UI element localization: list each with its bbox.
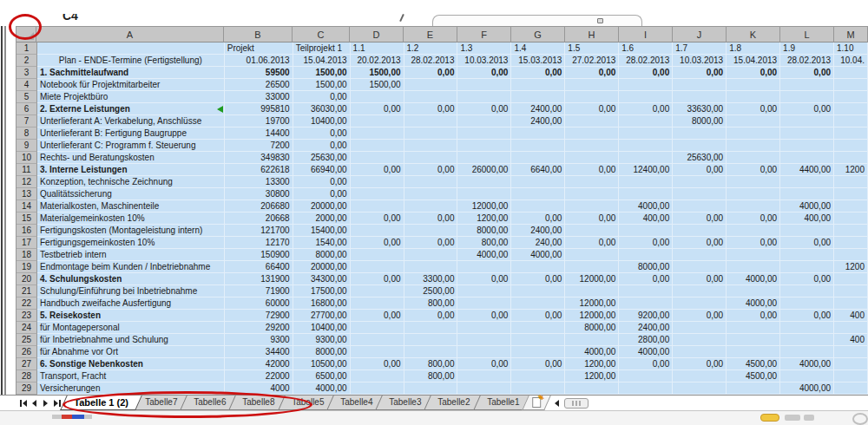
- cell-K27[interactable]: 4500,00: [727, 358, 780, 370]
- cell-F23[interactable]: 0,00: [457, 310, 511, 322]
- cell-G20[interactable]: 0,00: [511, 273, 565, 285]
- cell-J4[interactable]: [673, 79, 727, 91]
- row-header-1[interactable]: 1: [16, 42, 37, 55]
- cell-B7[interactable]: 19700: [225, 115, 293, 128]
- cell-M14[interactable]: [834, 200, 868, 212]
- cell-H27[interactable]: 1200,00: [565, 358, 619, 370]
- cell-I23[interactable]: 9200,00: [619, 310, 673, 322]
- cell-C23[interactable]: 27700,00: [293, 310, 351, 322]
- cell-K22[interactable]: 4000,00: [727, 298, 780, 310]
- cell-C8[interactable]: 0,00: [293, 128, 351, 140]
- cell-J13[interactable]: [673, 188, 727, 200]
- cell-J16[interactable]: [673, 225, 727, 237]
- row-header-11[interactable]: 11: [16, 164, 37, 176]
- cell-G14[interactable]: [511, 200, 565, 212]
- cell-M26[interactable]: [834, 346, 868, 358]
- cell-F7[interactable]: [457, 115, 511, 128]
- cell-J6[interactable]: 33630,00: [673, 103, 727, 115]
- cell-C19[interactable]: 20000,00: [293, 261, 351, 273]
- cell-B27[interactable]: 42000: [225, 358, 293, 370]
- cell-A3[interactable]: 1. Sachmittelaufwand: [37, 67, 225, 79]
- cell-D11[interactable]: 0,00: [351, 164, 404, 176]
- cell-M23[interactable]: 400: [834, 310, 868, 322]
- cell-K4[interactable]: [727, 79, 780, 91]
- cell-E29[interactable]: [404, 382, 458, 395]
- column-header-I[interactable]: I: [619, 26, 673, 42]
- row-header-24[interactable]: 24: [16, 322, 37, 334]
- cell-A2[interactable]: Plan - ENDE-Termine (Fertigstellung): [37, 55, 225, 67]
- cell-G29[interactable]: [511, 382, 565, 395]
- cell-E5[interactable]: [404, 91, 458, 103]
- cell-B21[interactable]: 71900: [225, 285, 293, 298]
- cell-L6[interactable]: 0,00: [780, 103, 834, 115]
- cell-D12[interactable]: [351, 176, 404, 188]
- cell-H1[interactable]: 1.5: [565, 42, 619, 55]
- cell-A17[interactable]: Fertigungsgemeinkosten 10%: [37, 237, 225, 249]
- cell-J29[interactable]: [673, 382, 727, 395]
- cell-E1[interactable]: 1.2: [404, 42, 458, 55]
- cell-J8[interactable]: [673, 128, 727, 140]
- row-header-16[interactable]: 16: [16, 225, 37, 237]
- cell-L3[interactable]: 0,00: [780, 67, 834, 79]
- cell-M24[interactable]: [834, 322, 868, 334]
- cell-L15[interactable]: 400,00: [780, 212, 834, 225]
- cell-I5[interactable]: [619, 91, 673, 103]
- tab-split-handle-icon[interactable]: [555, 400, 559, 407]
- cell-D26[interactable]: [351, 346, 404, 358]
- cell-F17[interactable]: 800,00: [457, 237, 511, 249]
- cell-G7[interactable]: 2400,00: [511, 115, 565, 128]
- row-header-22[interactable]: 22: [16, 298, 37, 310]
- cell-F2[interactable]: 10.03.2013: [457, 55, 511, 67]
- cell-H26[interactable]: 4000,00: [565, 346, 619, 358]
- cell-K17[interactable]: 0,00: [727, 237, 780, 249]
- column-header-D[interactable]: D: [350, 26, 404, 42]
- cell-D24[interactable]: [351, 322, 404, 334]
- cell-K3[interactable]: 0,00: [727, 67, 780, 79]
- cell-A7[interactable]: Unterlieferant A: Verkabelung, Anschlüss…: [37, 115, 225, 128]
- cell-H24[interactable]: 8000,00: [565, 322, 619, 334]
- cell-B23[interactable]: 72900: [225, 310, 293, 322]
- cell-C25[interactable]: 9300,00: [293, 334, 351, 346]
- cell-B24[interactable]: 29200: [225, 322, 293, 334]
- row-header-20[interactable]: 20: [16, 273, 37, 285]
- cell-M6[interactable]: [834, 103, 868, 115]
- cell-I11[interactable]: 12400,00: [619, 164, 673, 176]
- cell-F15[interactable]: 1200,00: [457, 212, 511, 225]
- cell-G5[interactable]: [511, 91, 565, 103]
- cell-J28[interactable]: [673, 370, 727, 382]
- cell-D25[interactable]: [351, 334, 404, 346]
- cell-I4[interactable]: [619, 79, 673, 91]
- cell-F6[interactable]: 0,00: [457, 103, 511, 115]
- row-header-19[interactable]: 19: [16, 261, 37, 273]
- cell-E25[interactable]: [404, 334, 458, 346]
- cell-G10[interactable]: [511, 152, 565, 164]
- cell-B22[interactable]: 60000: [225, 298, 293, 310]
- horizontal-scrollbar-thumb[interactable]: [564, 398, 589, 409]
- cell-H18[interactable]: [565, 249, 619, 261]
- cell-F20[interactable]: 0,00: [457, 273, 511, 285]
- cell-I26[interactable]: 4000,00: [619, 346, 673, 358]
- cell-K6[interactable]: 0,00: [727, 103, 780, 115]
- cell-M16[interactable]: [834, 225, 868, 237]
- cell-L1[interactable]: 1.9: [780, 42, 834, 55]
- cell-D22[interactable]: [351, 298, 404, 310]
- cell-C21[interactable]: 17500,00: [293, 285, 351, 298]
- cell-G6[interactable]: 2400,00: [511, 103, 565, 115]
- cell-A19[interactable]: Endmontage beim Kunden / Inbetriebnahme: [37, 261, 225, 273]
- cell-D3[interactable]: 1500,00: [351, 67, 404, 79]
- row-header-4[interactable]: 4: [16, 79, 37, 91]
- cell-E3[interactable]: 0,00: [404, 67, 458, 79]
- cell-A26[interactable]: für Abnahme vor Ort: [37, 346, 225, 358]
- cell-D6[interactable]: 0,00: [351, 103, 404, 115]
- cell-G1[interactable]: 1.4: [511, 42, 565, 55]
- cell-M13[interactable]: [834, 188, 868, 200]
- cell-I25[interactable]: 2800,00: [619, 334, 673, 346]
- cell-H20[interactable]: 12000,00: [565, 273, 619, 285]
- cell-A18[interactable]: Testbetrieb intern: [37, 249, 225, 261]
- column-header-M[interactable]: M: [834, 26, 868, 42]
- sheet-tab-tabelle-1-(2)[interactable]: Tabelle 1 (2): [60, 396, 141, 410]
- cell-F25[interactable]: [457, 334, 511, 346]
- cell-F21[interactable]: [457, 285, 511, 298]
- cell-E18[interactable]: [404, 249, 458, 261]
- cell-K29[interactable]: [727, 382, 780, 395]
